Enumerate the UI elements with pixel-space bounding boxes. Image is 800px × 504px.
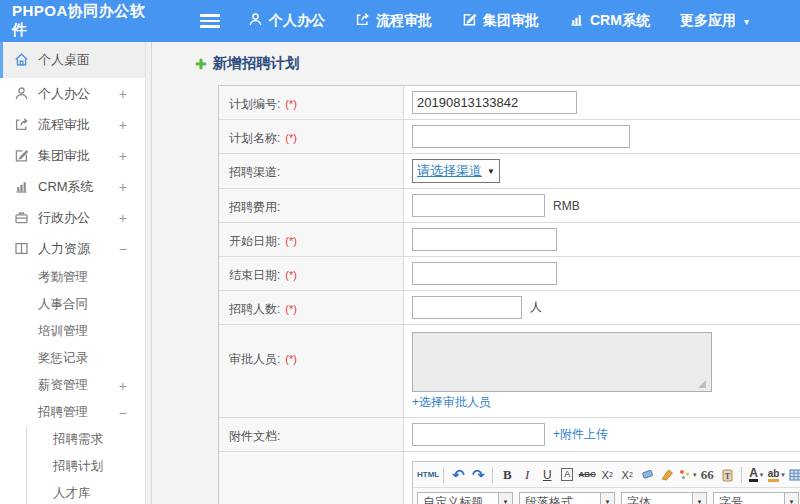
blockquote-button[interactable]: 66	[697, 465, 717, 485]
paragraph-format-select[interactable]: 段落格式 ▾	[519, 492, 615, 504]
sidebar-item-training[interactable]: 培训管理	[0, 318, 145, 345]
font-size-select[interactable]: 字号 ▾	[713, 492, 799, 504]
sidebar-item-recruit-plan[interactable]: 招聘计划	[27, 453, 145, 480]
sidebar-sub-label: 人事合同	[38, 296, 88, 313]
sidebar-item-crm[interactable]: CRM系统 +	[0, 171, 145, 202]
sidebar-item-admin-office[interactable]: 行政办公 +	[0, 202, 145, 233]
subscript-button[interactable]: X2	[617, 465, 637, 485]
channel-select-value: 请选择渠道	[417, 162, 482, 180]
attachment-input[interactable]	[412, 423, 545, 446]
edit-icon	[462, 12, 477, 30]
field-label: 招聘人数:(*)	[219, 291, 404, 324]
superscript-button[interactable]: X2	[597, 465, 617, 485]
sidebar-item-desktop[interactable]: 个人桌面	[0, 42, 145, 78]
table-icon[interactable]	[786, 465, 800, 485]
collapse-icon[interactable]: −	[119, 241, 127, 257]
eraser-icon[interactable]	[637, 465, 657, 485]
sidebar-item-hr[interactable]: 人力资源 −	[0, 233, 145, 264]
plus-icon: ✚	[195, 56, 207, 72]
fee-unit: RMB	[553, 199, 580, 213]
expand-icon[interactable]: +	[119, 117, 127, 133]
topbar: PHPOA协同办公软件 个人办公 流程审批 集团审批 CRM系统	[0, 0, 800, 42]
topmenu-group-approval[interactable]: 集团审批	[462, 12, 539, 30]
resize-handle-icon[interactable]	[698, 380, 706, 388]
channel-select[interactable]: 请选择渠道 ▼	[412, 159, 500, 183]
sidebar-item-label: 流程审批	[38, 116, 90, 134]
plan-name-input[interactable]	[412, 125, 630, 148]
workflow-icon	[355, 12, 370, 30]
select-value: 字体	[621, 492, 693, 504]
font-border-button[interactable]: A	[561, 468, 573, 481]
start-date-input[interactable]	[412, 228, 557, 251]
form-row-attachment: 附件文档: +附件上传	[219, 418, 800, 452]
menu-toggle-icon[interactable]	[200, 11, 220, 31]
select-value: 段落格式	[519, 492, 601, 504]
bar-chart-icon	[569, 12, 584, 30]
sidebar-item-recruit-demand[interactable]: 招聘需求	[27, 426, 145, 453]
topmenu-more-apps[interactable]: 更多应用 ▾	[680, 12, 749, 30]
topmenu-crm-system[interactable]: CRM系统	[569, 12, 650, 30]
bold-button[interactable]: B	[497, 465, 517, 485]
expand-icon[interactable]: +	[119, 179, 127, 195]
required-mark: (*)	[285, 132, 297, 144]
collapse-icon[interactable]: −	[119, 405, 127, 421]
form-row-approver: 审批人员:(*) +选择审批人员	[219, 325, 800, 418]
book-icon	[14, 241, 30, 257]
page-title-text: 新增招聘计划	[213, 54, 300, 73]
expand-icon[interactable]: +	[119, 378, 127, 394]
html-source-button[interactable]: HTML	[417, 465, 439, 485]
field-label: 开始日期:(*)	[219, 223, 404, 256]
heading-style-select[interactable]: 自定义标题 ▾	[417, 492, 513, 504]
topmenu-label: 更多应用	[680, 12, 736, 30]
plan-no-input[interactable]	[412, 91, 577, 114]
sidebar-item-rewards[interactable]: 奖惩记录	[0, 345, 145, 372]
caret-down-icon: ▾	[744, 16, 749, 27]
form-row-end-date: 结束日期:(*)	[219, 257, 800, 291]
sidebar-item-hr-contract[interactable]: 人事合同	[0, 291, 145, 318]
field-label: 招聘费用:	[219, 189, 404, 222]
select-value: 自定义标题	[417, 492, 499, 504]
sidebar-item-label: 个人桌面	[38, 51, 90, 69]
app-logo[interactable]: PHPOA协同办公软件	[0, 2, 158, 40]
font-color-button[interactable]: A ▾	[746, 465, 766, 485]
topmenu-workflow-approval[interactable]: 流程审批	[355, 12, 432, 30]
sidebar-item-personal-office[interactable]: 个人办公 +	[0, 78, 145, 109]
italic-button[interactable]: I	[517, 465, 537, 485]
sidebar-sub-label: 培训管理	[38, 323, 88, 340]
approver-textarea[interactable]	[412, 332, 712, 392]
field-label: 审批人员:(*)	[219, 325, 404, 417]
expand-icon[interactable]: +	[119, 210, 127, 226]
fee-input[interactable]	[412, 194, 545, 217]
form-row-editor: HTML ↶ ↷ B I U A ABC X2 X2	[219, 452, 800, 504]
select-approver-link[interactable]: +选择审批人员	[412, 395, 491, 409]
expand-icon[interactable]: +	[119, 148, 127, 164]
paste-text-icon[interactable]: T	[717, 465, 737, 485]
select-value: 字号	[713, 492, 785, 504]
attachment-upload-link[interactable]: +附件上传	[553, 426, 608, 443]
sidebar-item-attendance[interactable]: 考勤管理	[0, 264, 145, 291]
topmenu-personal-office[interactable]: 个人办公	[248, 12, 325, 30]
font-family-select[interactable]: 字体 ▾	[621, 492, 707, 504]
underline-button[interactable]: U	[537, 465, 557, 485]
headcount-input[interactable]	[412, 296, 522, 319]
highlight-color-button[interactable]: ab ▾	[766, 465, 786, 485]
sidebar-item-recruit-mgmt[interactable]: 招聘管理 −	[0, 399, 145, 426]
sidebar-item-label: 个人办公	[38, 85, 90, 103]
sidebar-item-workflow-approval[interactable]: 流程审批 +	[0, 109, 145, 140]
sidebar-item-talent-pool[interactable]: 人才库	[27, 480, 145, 504]
label-text: 招聘费用:	[229, 200, 280, 214]
sidebar-item-group-approval[interactable]: 集团审批 +	[0, 140, 145, 171]
person-icon	[248, 12, 263, 30]
topmenu-label: 个人办公	[269, 12, 325, 30]
strikethrough-button[interactable]: ABC	[577, 465, 597, 485]
sidebar-scrollbar[interactable]	[145, 42, 152, 504]
required-mark: (*)	[285, 303, 297, 315]
format-paint-icon[interactable]: ▾	[677, 465, 697, 485]
undo-icon[interactable]: ↶	[448, 465, 468, 485]
end-date-input[interactable]	[412, 262, 557, 285]
sidebar-item-salary[interactable]: 薪资管理 +	[0, 372, 145, 399]
redo-icon[interactable]: ↷	[468, 465, 488, 485]
expand-icon[interactable]: +	[119, 86, 127, 102]
home-icon	[14, 52, 30, 68]
clean-brush-icon[interactable]	[657, 465, 677, 485]
